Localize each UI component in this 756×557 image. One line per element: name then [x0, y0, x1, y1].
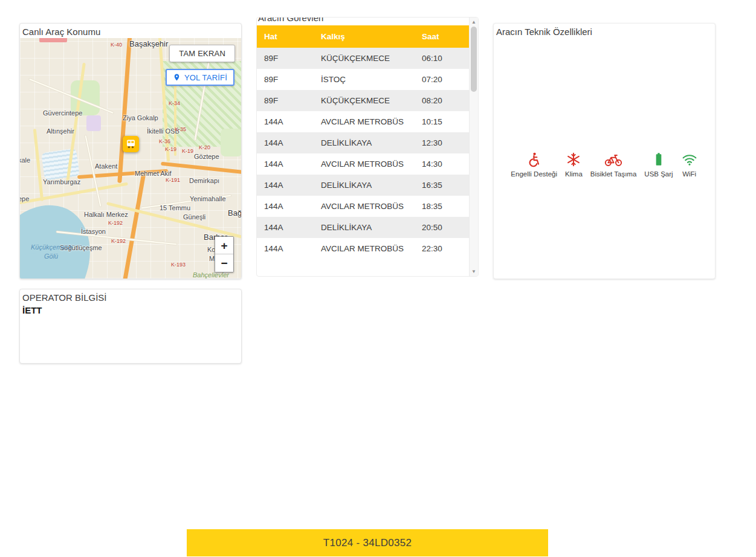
map-road	[122, 173, 146, 278]
location-pin-icon	[173, 72, 181, 82]
feature-label: Bisiklet Taşıma	[590, 170, 636, 178]
map-place-label: Ziya Gokalp	[123, 114, 158, 121]
cell-hat: 89F	[257, 48, 314, 69]
table-row: 89F İSTOÇ 07:20	[257, 69, 469, 90]
wheelchair-icon	[526, 152, 542, 167]
map-road-label: K-36	[159, 138, 170, 144]
tech-card-title: Aracın Teknik Özellikleri	[494, 24, 715, 39]
map-road-label: K-19	[165, 146, 176, 152]
live-location-card: Canlı Araç Konumu	[19, 23, 242, 279]
vehicle-plate-text: T1024 - 34LD0352	[323, 537, 412, 549]
table-row: 89F KÜÇÜKÇEKMECE 06:10	[257, 48, 469, 69]
bicycle-icon	[604, 152, 622, 167]
cell-kalkis: AVCILAR METROBÜS	[314, 196, 415, 217]
cell-kalkis: DELİKLİKAYA	[314, 217, 415, 238]
map-place-label: Yenimahalle	[190, 195, 226, 202]
cell-saat: 20:50	[415, 217, 469, 238]
cell-kalkis: AVCILAR METROBÜS	[314, 238, 415, 259]
cell-kalkis: KÜÇÜKÇEKMECE	[314, 90, 415, 111]
cell-hat: 89F	[257, 90, 314, 111]
column-header-hat: Hat	[257, 25, 314, 48]
zoom-in-button[interactable]: +	[215, 237, 233, 254]
cell-saat: 07:20	[415, 69, 469, 90]
feature-usb-charging: USB Şarj	[644, 152, 673, 178]
cell-hat: 144A	[257, 153, 314, 175]
feature-bicycle: Bisiklet Taşıma	[590, 152, 636, 178]
cell-saat: 08:20	[415, 90, 469, 111]
vehicle-tasks-card: Aracın Görevleri Hat Kalkış Saat 89F KÜÇ…	[256, 17, 479, 277]
scroll-down-icon[interactable]: ▼	[470, 268, 478, 275]
zoom-out-button[interactable]: −	[215, 254, 233, 272]
feature-label: Klima	[565, 170, 583, 178]
cell-kalkis: AVCILAR METROBÜS	[314, 153, 415, 175]
cell-hat: 144A	[257, 132, 314, 153]
scroll-up-icon[interactable]: ▲	[470, 18, 478, 26]
cell-kalkis: DELİKLİKAYA	[314, 175, 415, 196]
map-road-label: K-192	[108, 220, 123, 226]
directions-button-label: YOL TARİFİ	[184, 73, 227, 82]
map-road-label: K-191	[166, 177, 180, 183]
table-row: 144A DELİKLİKAYA 12:30	[257, 132, 469, 153]
cell-kalkis: AVCILAR METROBÜS	[314, 111, 415, 132]
table-row: 89F KÜÇÜKÇEKMECE 08:20	[257, 90, 469, 111]
map-road	[161, 162, 241, 175]
map-place-label: Atakent	[95, 163, 117, 170]
cell-saat: 06:10	[415, 48, 469, 69]
cell-saat: 22:30	[415, 238, 469, 259]
operator-info-card: OPERATOR BİLGİSİ İETT	[19, 289, 242, 364]
map-place-label: Göztepe	[194, 153, 219, 160]
directions-button[interactable]: YOL TARİFİ	[166, 69, 234, 86]
cell-hat: 144A	[257, 196, 314, 217]
feature-label: Engelli Desteği	[511, 170, 557, 178]
map-place-label: Mehmet Akif	[135, 170, 172, 177]
table-row: 144A DELİKLİKAYA 20:50	[257, 217, 469, 238]
map-place-label: Halkalı Merkez	[84, 211, 128, 218]
map-place-label: Güneşli	[183, 213, 205, 221]
map-road	[85, 135, 102, 207]
map-marsh-area	[41, 148, 80, 181]
feature-label: WiFi	[682, 170, 696, 178]
bus-icon	[126, 139, 136, 149]
cell-hat: 144A	[257, 238, 314, 259]
scrollbar-thumb[interactable]	[471, 27, 477, 92]
map-place-label: Güvercintepe	[43, 109, 82, 117]
table-row: 144A AVCILAR METROBÜS 18:35	[257, 196, 469, 217]
vehicle-plate-banner: T1024 - 34LD0352	[187, 529, 548, 556]
map-road-label: K-40	[111, 42, 122, 48]
feature-list: Engelli Desteği Klima	[497, 152, 711, 178]
tasks-card-title: Aracın Görevleri	[257, 18, 469, 25]
map-place-label: Demirkapı	[189, 177, 219, 184]
map-park-area	[221, 129, 241, 156]
map[interactable]: Başakşehir Güvercintepe Ziya Gokalp Altı…	[20, 38, 241, 278]
cell-saat: 12:30	[415, 132, 469, 153]
vehicle-dashboard: Canlı Araç Konumu	[0, 0, 756, 557]
map-place-label: epe	[20, 195, 29, 202]
feature-wheelchair: Engelli Desteği	[511, 152, 557, 178]
column-header-kalkis: Kalkış	[314, 25, 415, 48]
map-place-label: İstasyon	[81, 228, 106, 235]
operator-name: İETT	[20, 304, 241, 316]
map-road-label: K-192	[111, 238, 126, 244]
map-road-label: K-193	[171, 262, 186, 268]
map-road-label: K-19	[182, 148, 193, 154]
tasks-scroll-area[interactable]: Aracın Görevleri Hat Kalkış Saat 89F KÜÇ…	[257, 18, 469, 276]
fullscreen-button[interactable]: TAM EKRAN	[169, 45, 235, 62]
feature-label: USB Şarj	[644, 170, 673, 178]
table-row: 144A AVCILAR METROBÜS 10:15	[257, 111, 469, 132]
cell-hat: 144A	[257, 217, 314, 238]
wifi-icon	[681, 152, 698, 167]
map-hospital-area	[86, 115, 101, 131]
bus-marker[interactable]	[123, 136, 139, 152]
technical-features-card: Aracın Teknik Özellikleri Engelli Desteğ…	[493, 23, 716, 279]
map-card-title: Canlı Araç Konumu	[20, 24, 241, 39]
map-place-label: kale	[20, 156, 30, 164]
table-row: 144A AVCILAR METROBÜS 14:30	[257, 153, 469, 175]
cell-kalkis: DELİKLİKAYA	[314, 132, 415, 153]
cell-saat: 18:35	[415, 196, 469, 217]
map-road-label: K-35	[175, 126, 186, 132]
vertical-scrollbar[interactable]: ▲ ▼	[469, 18, 478, 276]
map-road	[20, 182, 128, 205]
tasks-table: Hat Kalkış Saat 89F KÜÇÜKÇEKMECE 06:10 8…	[257, 25, 469, 259]
feature-wifi: WiFi	[681, 152, 698, 178]
map-place-label: Yarımburgaz	[43, 178, 80, 185]
